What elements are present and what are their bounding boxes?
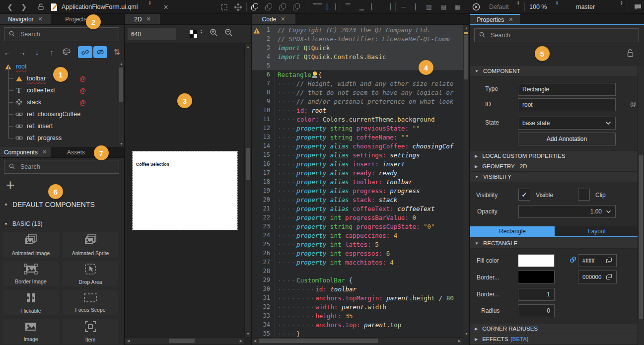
visible-checkbox[interactable]: ✓ [518,189,530,201]
color-link-icon[interactable] [570,256,576,265]
tab-2d[interactable]: 2D✕ [125,14,160,24]
move-down-icon[interactable]: ↓ [30,48,45,57]
code-line[interactable]: 4import QtQuick.Controls.Basic [252,52,463,61]
export-at-icon[interactable]: @ [630,100,637,108]
code-line[interactable]: 12····property string previousState: "" [252,124,463,133]
code-line[interactable]: 30········id: toolbar [252,284,463,293]
run-config-spinner[interactable]: ▴▾ [517,0,519,14]
code-line[interactable]: 23····property string progressCupState: … [252,222,463,231]
background-spinner[interactable]: ▴▾ [201,29,203,34]
radius-field[interactable]: 0 [518,304,555,317]
copy-icon[interactable] [606,258,612,264]
code-line[interactable]: 15····property alias settings: settings [252,150,463,159]
zoom-level-spinner[interactable]: ▴▾ [556,0,558,14]
distribute-grid-icon[interactable]: ▦ [455,0,460,14]
run-project-icon[interactable] [471,0,482,14]
opacity-field[interactable]: 1.00 [518,205,616,218]
code-line[interactable]: 16····property alias insert: insert [252,159,463,168]
code-line[interactable]: 33········height: 35 [252,311,463,320]
properties-search[interactable] [474,28,639,42]
show-item-icon[interactable] [265,0,273,14]
component-animated-sprite[interactable]: Animated Sprite [63,232,118,258]
tree-item-ref-insert[interactable]: ref: insert [0,120,118,132]
code-line[interactable]: 19····property alias progress: progress [252,186,463,195]
border-width-field[interactable]: 1 [518,288,555,301]
code-line[interactable]: 10····id: root [252,106,463,115]
zoom-in-icon[interactable] [210,28,218,39]
component-focus-scope[interactable]: Focus Scope [63,290,118,315]
git-branch-spinner[interactable]: ▴▾ [621,0,623,14]
code-line[interactable]: 27····property int macchiatos: 4 [252,258,463,267]
move-tool-icon[interactable] [232,0,243,14]
navigator-scrollbar[interactable]: ▲ ▼ [118,61,124,147]
close-icon[interactable]: ✕ [146,16,151,22]
anchor-left-icon[interactable]: ▏ [371,0,376,14]
lightbulb-icon[interactable] [312,71,317,78]
eye-off-icon[interactable] [93,46,108,58]
code-line[interactable]: 35····} [252,329,463,337]
forward-icon[interactable]: ❯ [18,0,30,14]
distribute-v-icon[interactable]: ▤ [441,0,446,14]
pin-lock-icon[interactable] [36,0,46,14]
move-left-icon[interactable]: ← [0,48,15,57]
close-icon[interactable]: ✕ [281,16,285,22]
anchor-bottom-icon[interactable]: ▁ [359,0,364,14]
section-component[interactable]: ▼ COMPONENT [470,66,644,76]
2d-vscrollbar[interactable]: ▲ ▼ [244,44,251,337]
code-line[interactable]: 25····property int lattes: 5 [252,240,463,249]
border-hex-field[interactable]: 000000 [578,271,617,283]
run-config-select[interactable]: Default [489,0,509,14]
section-basic[interactable]: ▼ BASIC (13) [4,220,43,227]
code-line[interactable]: 18····property alias toolbar: toolbar [252,177,463,186]
code-line[interactable]: 21····property alias coffeeText: coffeeT… [252,204,463,213]
type-field[interactable]: Rectangle [518,83,616,96]
component-image[interactable]: Image [3,319,59,344]
close-document-icon[interactable]: ✕ [161,0,171,14]
code-line[interactable]: 8····// that do not seem to have any log… [252,88,463,97]
open-document-title[interactable]: ApplicationFlowForm.ui.qml [62,0,138,14]
comment-icon[interactable] [633,0,643,14]
zoom-level-select[interactable]: 100 % [529,0,547,14]
code-line[interactable]: 11····color: Colors.currentTheme.backgro… [252,115,463,124]
document-switcher-spinner[interactable]: ▴▾ [149,0,151,14]
tab-navigator[interactable]: Navigator✕ [0,14,51,24]
add-annotation-button[interactable]: Add Annotation [518,133,616,145]
code-line[interactable]: 31········anchors.topMargin: parent.heig… [252,293,463,302]
state-select[interactable]: base state [518,117,616,130]
code-line[interactable]: 34········anchors.top: parent.top [252,320,463,329]
tree-item-coffeetext[interactable]: TcoffeeText@ [0,84,118,96]
fill-hex-field[interactable]: #ffffff [578,254,617,267]
subtab-rectangle[interactable]: Rectangle [470,226,555,236]
anchor-right-icon[interactable]: ▕ [386,0,391,14]
copy-icon[interactable] [606,274,612,280]
section-visibility[interactable]: ▼ VISIBILITY [470,172,644,182]
palette-icon[interactable] [59,48,74,57]
code-hscrollbar[interactable]: ◀ ▶ [252,337,463,344]
close-icon[interactable]: ✕ [508,16,513,23]
anchor-fill-icon[interactable]: ─ [401,0,406,14]
code-vscrollbar[interactable]: ▲ ▼ [463,25,469,337]
artboard[interactable]: Coffee Selection [133,151,237,230]
anchor-center-icon[interactable]: ▏ [415,0,420,14]
component-border-image[interactable]: Border Image [3,261,59,286]
git-branch-select[interactable]: master [576,0,595,14]
tab-code[interactable]: Code✕ [252,14,295,24]
code-line[interactable]: 29····CustomToolBar { [252,276,463,284]
id-field[interactable]: root [518,98,616,111]
warning-icon[interactable] [253,27,260,36]
code-line[interactable]: 9····// and/or personal preference on wh… [252,97,463,106]
section-rectangle[interactable]: ▼ RECTANGLE [470,238,644,249]
anchor-top-icon[interactable]: ▔ [346,0,350,14]
close-icon[interactable]: ✕ [42,149,47,155]
code-line[interactable]: 17····property alias ready: ready [252,168,463,177]
tree-item-ref-progress[interactable]: ref: progress [0,132,118,144]
section-local-custom-properties[interactable]: ▶ LOCAL CUSTOM PROPERTIES [470,151,644,161]
add-module-button[interactable]: + [6,178,15,193]
code-line[interactable]: 24····property int cappuccinos: 4 [252,231,463,240]
component-item[interactable]: Item [63,319,118,344]
fill-color-swatch[interactable] [518,254,555,267]
component-flickable[interactable]: Flickable [3,290,59,315]
properties-scrollbar[interactable] [638,66,644,345]
distribute-h-icon[interactable]: ▥ [426,0,431,14]
reverse-order-icon[interactable]: ⇅ [109,48,124,57]
